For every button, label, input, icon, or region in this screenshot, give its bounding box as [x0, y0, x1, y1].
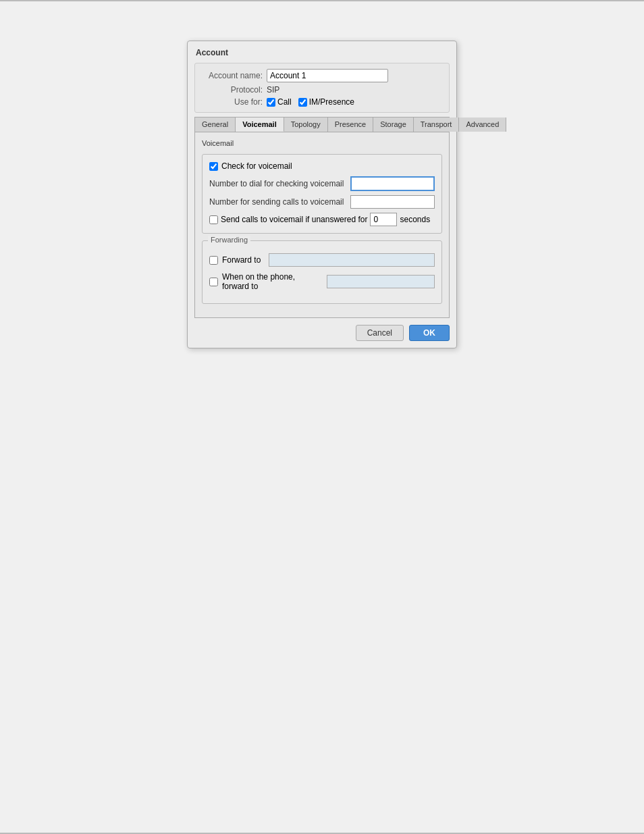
use-for-row: Use for: Call IM/Presence	[202, 97, 442, 107]
forwarding-section-title: Forwarding	[208, 236, 250, 244]
protocol-row: Protocol: SIP	[202, 85, 442, 95]
use-for-label: Use for:	[202, 97, 263, 107]
tab-voicemail[interactable]: Voicemail	[236, 118, 284, 132]
voicemail-section-box: Check for voicemail Number to dial for c…	[202, 154, 442, 234]
when-on-phone-label: When on the phone, forward to	[222, 272, 319, 291]
call-label: Call	[277, 97, 292, 107]
check-voicemail-row: Check for voicemail	[209, 161, 435, 171]
dialog-buttons: Cancel OK	[194, 325, 450, 341]
send-number-row: Number for sending calls to voicemail	[209, 195, 435, 209]
dial-number-label: Number to dial for checking voicemail	[209, 179, 344, 188]
account-name-row: Account name:	[202, 69, 442, 82]
dialog-title: Account	[194, 48, 450, 57]
tab-advanced[interactable]: Advanced	[459, 118, 506, 132]
unanswered-label: Send calls to voicemail if unanswered fo…	[221, 215, 367, 224]
tabs-container: General Voicemail Topology Presence Stor…	[194, 117, 450, 132]
send-number-input[interactable]	[350, 195, 435, 209]
voicemail-tab-content: Voicemail Check for voicemail Number to …	[194, 132, 450, 318]
check-voicemail-checkbox[interactable]	[209, 162, 218, 171]
tab-presence[interactable]: Presence	[328, 118, 373, 132]
call-checkbox-item: Call	[267, 97, 292, 107]
check-voicemail-label: Check for voicemail	[221, 161, 292, 171]
dial-number-row: Number to dial for checking voicemail	[209, 176, 435, 191]
account-info-section: Account name: Protocol: SIP Use for: Cal…	[194, 63, 450, 113]
send-number-label: Number for sending calls to voicemail	[209, 197, 344, 207]
account-name-label: Account name:	[202, 71, 263, 80]
forward-to-checkbox[interactable]	[209, 256, 218, 265]
im-presence-checkbox[interactable]	[298, 98, 307, 107]
use-for-checkboxes: Call IM/Presence	[267, 97, 354, 107]
tab-transport[interactable]: Transport	[414, 118, 460, 132]
voicemail-section-title: Voicemail	[202, 139, 442, 147]
im-presence-label: IM/Presence	[309, 97, 354, 107]
call-checkbox[interactable]	[267, 98, 275, 107]
unanswered-checkbox[interactable]	[209, 215, 218, 224]
tab-topology[interactable]: Topology	[284, 118, 328, 132]
when-on-phone-row: When on the phone, forward to	[209, 272, 435, 291]
when-on-phone-checkbox[interactable]	[209, 278, 218, 286]
cancel-button[interactable]: Cancel	[356, 325, 404, 341]
protocol-label: Protocol:	[202, 85, 263, 95]
dial-number-input[interactable]	[350, 176, 435, 191]
seconds-label: seconds	[400, 215, 430, 224]
tab-storage[interactable]: Storage	[373, 118, 414, 132]
unanswered-seconds-input[interactable]	[370, 213, 397, 226]
tab-general[interactable]: General	[195, 118, 236, 132]
account-name-input[interactable]	[267, 69, 388, 82]
forward-to-input[interactable]	[269, 253, 435, 267]
forwarding-section-box: Forwarding Forward to When on the phone,…	[202, 240, 442, 304]
forward-to-label: Forward to	[222, 255, 261, 265]
unanswered-row: Send calls to voicemail if unanswered fo…	[209, 213, 435, 226]
protocol-value: SIP	[267, 85, 279, 95]
ok-button[interactable]: OK	[409, 325, 450, 341]
forward-to-row: Forward to	[209, 253, 435, 267]
im-presence-checkbox-item: IM/Presence	[298, 97, 354, 107]
account-dialog: Account Account name: Protocol: SIP Use …	[187, 41, 457, 348]
when-on-phone-input[interactable]	[327, 275, 435, 288]
